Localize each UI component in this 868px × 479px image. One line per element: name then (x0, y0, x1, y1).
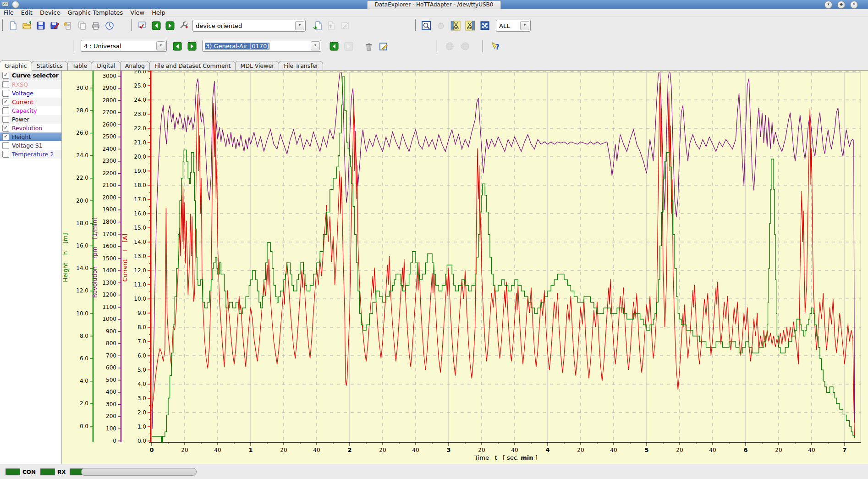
menu-edit[interactable]: Edit (17, 9, 36, 17)
arrow-forward-button[interactable] (163, 19, 177, 33)
close-button[interactable]: × (850, 1, 858, 9)
svg-text:40: 40 (313, 447, 320, 453)
settings-button[interactable] (61, 19, 75, 33)
device-combo[interactable]: 4 : Universal▾ (81, 40, 167, 52)
arrow-back-button[interactable] (149, 19, 163, 33)
svg-text:40: 40 (808, 447, 815, 453)
svg-text:100: 100 (106, 425, 116, 432)
curve-row-height[interactable]: ✓Height (0, 132, 61, 141)
graphics-template-button[interactable] (136, 19, 149, 33)
maximize-button[interactable]: ◆ (837, 1, 845, 9)
curve-label: RXSQ (12, 81, 28, 88)
record-combo[interactable]: 3) General-Air [0170]▾ (202, 40, 321, 52)
curve-row-temperature-2[interactable]: Temperature 2 (0, 150, 61, 159)
curve-row-rxsq[interactable]: RXSQ (0, 80, 61, 89)
curve-selector-master-checkbox[interactable]: ✓ (2, 72, 9, 79)
curve-checkbox[interactable] (2, 151, 9, 158)
curve-checkbox[interactable] (2, 90, 9, 97)
curve-checkbox[interactable]: ✓ (2, 99, 9, 105)
svg-text:12.0: 12.0 (134, 267, 146, 274)
save-as-button[interactable] (48, 19, 61, 33)
open-file-button[interactable] (20, 19, 34, 33)
toolbar-grip[interactable] (131, 19, 133, 31)
chevron-down-icon[interactable]: ▾ (156, 41, 165, 50)
svg-text:500: 500 (106, 377, 116, 383)
title-bar[interactable]: DataExplorer - HoTTAdapter - /dev/ttyUSB… (0, 0, 868, 9)
import-file-button[interactable] (311, 19, 324, 33)
svg-text:2700: 2700 (102, 109, 116, 116)
curve-checkbox[interactable] (2, 116, 9, 123)
svg-text:600: 600 (106, 364, 116, 371)
curve-row-current[interactable]: ✓Current (0, 98, 61, 106)
menu-file[interactable]: File (0, 9, 17, 17)
toolbar-grip[interactable] (73, 40, 76, 52)
graphic-tab-content: ✓ Curve selector RXSQVoltage✓CurrentCapa… (0, 71, 868, 464)
cut-left-button[interactable] (449, 19, 462, 33)
chevron-down-icon[interactable]: ▾ (311, 41, 320, 50)
time-statistics-button[interactable] (103, 19, 116, 33)
svg-text:400: 400 (106, 389, 116, 395)
chevron-down-icon[interactable]: ▾ (295, 21, 304, 30)
chevron-down-icon[interactable]: ▾ (520, 21, 529, 30)
context-help-button[interactable]: ? (488, 39, 501, 53)
arrow-back-button[interactable] (327, 39, 341, 53)
scope-combo[interactable]: ALL▾ (496, 20, 531, 32)
record-combo-value: 3) General-Air [0170] (203, 43, 311, 50)
svg-text:20: 20 (577, 447, 584, 453)
svg-text:20: 20 (676, 447, 683, 453)
window-title: DataExplorer - HoTTAdapter - /dev/ttyUSB… (367, 0, 501, 9)
svg-text:25.0: 25.0 (134, 83, 146, 89)
arrow-back-button[interactable] (170, 39, 184, 53)
svg-text:1900: 1900 (102, 206, 116, 213)
toolbar-grip[interactable] (415, 19, 417, 31)
chart-svg[interactable]: 0.02.04.06.08.010.012.014.016.018.020.02… (61, 71, 868, 465)
con-led-icon (5, 468, 20, 475)
curve-checkbox[interactable]: ✓ (2, 133, 9, 140)
trash-button[interactable] (362, 39, 376, 53)
perspective-combo[interactable]: device oriented▾ (192, 20, 306, 32)
curve-row-voltage[interactable]: Voltage (0, 89, 61, 98)
menu-device[interactable]: Device (36, 9, 64, 17)
edit-record-button[interactable] (377, 39, 390, 53)
curve-row-revolution[interactable]: ✓Revolution (0, 124, 61, 132)
menu-graphic-templates[interactable]: Graphic Templates (64, 9, 126, 17)
curve-checkbox[interactable] (2, 142, 9, 149)
curve-row-voltage-s1[interactable]: Voltage S1 (0, 141, 61, 150)
svg-text:3.0: 3.0 (137, 395, 146, 402)
svg-text:20: 20 (280, 447, 287, 453)
toolbar-grip[interactable] (2, 19, 4, 31)
copy-button[interactable] (75, 19, 89, 33)
menu-view[interactable]: View (126, 9, 148, 17)
fit-view-button[interactable] (478, 19, 492, 33)
svg-text:2400: 2400 (102, 146, 116, 152)
new-file-button[interactable] (6, 19, 20, 33)
curve-row-capacity[interactable]: Capacity (0, 106, 61, 115)
minimize-button[interactable]: ▾ (824, 1, 832, 9)
save-file-button[interactable] (34, 19, 48, 33)
menu-help[interactable]: Help (148, 9, 169, 17)
graph-canvas[interactable]: 0.02.04.06.08.010.012.014.016.018.020.02… (61, 71, 868, 464)
svg-text:16.0: 16.0 (76, 242, 88, 249)
zoom-window-button[interactable] (419, 19, 433, 33)
curve-row-power[interactable]: Power (0, 115, 61, 124)
curve-label: Voltage (12, 90, 33, 97)
tab-graphic[interactable]: Graphic (0, 61, 32, 72)
curve-checkbox[interactable] (2, 81, 9, 88)
curve-checkbox[interactable]: ✓ (2, 125, 9, 132)
svg-text:?: ? (495, 43, 500, 51)
cut-right-button[interactable] (463, 19, 477, 33)
arrow-forward-button[interactable] (185, 39, 199, 53)
svg-text:0: 0 (149, 446, 154, 453)
curve-label: Power (12, 116, 29, 123)
toolbar-grip[interactable] (482, 40, 484, 52)
curve-label: Height (12, 133, 31, 140)
svg-text:1400: 1400 (102, 267, 116, 274)
svg-text:8.0: 8.0 (137, 324, 146, 330)
curve-label: Current (12, 99, 33, 105)
svg-text:2600: 2600 (102, 121, 116, 128)
device-config-button[interactable] (177, 19, 191, 33)
print-button[interactable] (89, 19, 103, 33)
toolbar-grip[interactable] (436, 40, 439, 52)
curve-checkbox[interactable] (2, 107, 9, 114)
svg-text:40: 40 (511, 447, 518, 453)
